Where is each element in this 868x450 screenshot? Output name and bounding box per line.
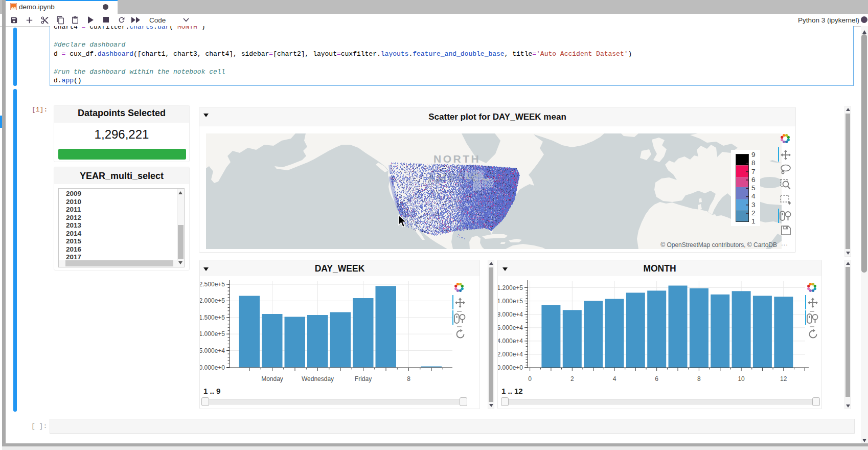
svg-text:2.500e+5: 2.500e+5 — [200, 281, 225, 288]
svg-text:10: 10 — [738, 375, 745, 382]
svg-text:1.500e+5: 1.500e+5 — [200, 314, 225, 321]
svg-text:Friday: Friday — [355, 375, 372, 382]
svg-text:2.000e+5: 2.000e+5 — [200, 297, 225, 304]
svg-text:12: 12 — [780, 375, 787, 382]
svg-text:1.000e+5: 1.000e+5 — [200, 330, 225, 338]
svg-text:Monday: Monday — [261, 375, 283, 382]
svg-text:1.000e+5: 1.000e+5 — [498, 298, 523, 305]
svg-text:2: 2 — [570, 375, 574, 382]
svg-text:0.000e+0: 0.000e+0 — [498, 364, 523, 371]
svg-text:0.000e+0: 0.000e+0 — [200, 364, 225, 371]
svg-text:8.000e+4: 8.000e+4 — [498, 311, 523, 318]
svg-text:8: 8 — [697, 375, 701, 382]
svg-text:0: 0 — [528, 375, 532, 382]
svg-text:6.000e+4: 6.000e+4 — [498, 324, 523, 331]
svg-text:4: 4 — [613, 375, 616, 382]
svg-text:Wednesday: Wednesday — [302, 375, 334, 382]
svg-text:1.200e+5: 1.200e+5 — [498, 284, 523, 291]
svg-text:6: 6 — [655, 375, 658, 382]
svg-text:4.000e+4: 4.000e+4 — [498, 338, 523, 345]
svg-text:5.000e+4: 5.000e+4 — [200, 347, 225, 354]
svg-text:2.000e+4: 2.000e+4 — [498, 351, 523, 358]
svg-text:8: 8 — [407, 375, 410, 382]
svg-text:NORTH: NORTH — [433, 153, 481, 165]
